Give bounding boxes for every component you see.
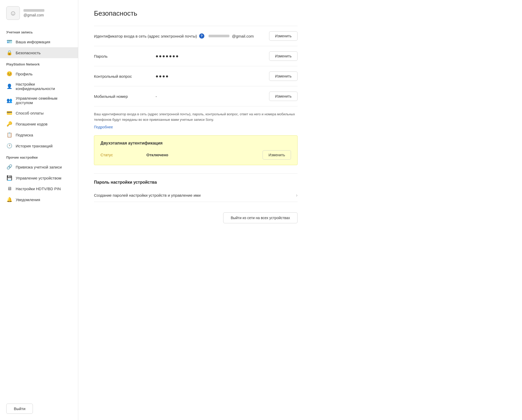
security-row-security-question: Контрольный вопрос ●●●● Изменить bbox=[94, 66, 298, 86]
tfa-change-button[interactable]: Изменить bbox=[263, 150, 291, 160]
help-icon[interactable]: ? bbox=[199, 33, 204, 39]
sidebar-item-history[interactable]: 🕐 История транзакций bbox=[0, 140, 78, 151]
subscription-icon: 📋 bbox=[6, 132, 13, 138]
sidebar-item-label: Подписка bbox=[16, 133, 33, 137]
privacy-icon: 👤 bbox=[6, 83, 13, 89]
main-content: Безопасность Идентификатор входа в сеть … bbox=[78, 0, 313, 420]
sidebar-email: @gmail.com bbox=[23, 13, 44, 17]
device-password-row[interactable]: Создание паролей настройки устройств и у… bbox=[94, 189, 298, 202]
page-title: Безопасность bbox=[94, 9, 298, 17]
main-footer: Выйти из сети на всех устройствах bbox=[94, 202, 298, 223]
device-password-text: Создание паролей настройки устройств и у… bbox=[94, 193, 201, 197]
row-label-login-id: Идентификатор входа в сеть (адрес электр… bbox=[94, 33, 204, 39]
sidebar-item-label: Управление устройством bbox=[16, 176, 61, 180]
sidebar-item-your-info[interactable]: 🪪 Ваша информация bbox=[0, 36, 78, 47]
sidebar-item-redeem[interactable]: 🔑 Погашение кодов bbox=[0, 118, 78, 129]
history-icon: 🕐 bbox=[6, 143, 13, 149]
sidebar-item-notifications[interactable]: 🔔 Уведомления bbox=[0, 194, 78, 205]
sidebar-item-subscription[interactable]: 📋 Подписка bbox=[0, 129, 78, 140]
smile-icon: 😊 bbox=[6, 71, 13, 77]
sidebar-item-label: Безопасность bbox=[16, 51, 41, 55]
sidebar-item-family[interactable]: 👥 Управление семейным доступом bbox=[0, 93, 78, 107]
password-dots: ●●●●●●● bbox=[156, 53, 179, 59]
change-security-question-button[interactable]: Изменить bbox=[269, 71, 298, 81]
row-value-login-id: @gmail.com bbox=[209, 34, 265, 38]
sidebar-logout-area: Выйти bbox=[0, 397, 78, 414]
security-question-dots: ●●●● bbox=[156, 74, 169, 79]
change-phone-button[interactable]: Изменить bbox=[269, 92, 298, 101]
tfa-row: Статус Отключено Изменить bbox=[100, 150, 291, 160]
sidebar-item-profile[interactable]: 😊 Профиль bbox=[0, 68, 78, 79]
info-text: Ваш идентификатор входа в сеть (адрес эл… bbox=[94, 112, 298, 123]
sidebar-email-redacted bbox=[23, 9, 44, 12]
sidebar-item-hdtv[interactable]: 🖥 Настройки HDTV/BD PIN bbox=[0, 183, 78, 194]
signout-all-button[interactable]: Выйти из сети на всех устройствах bbox=[223, 212, 298, 223]
chevron-right-icon: › bbox=[296, 193, 298, 198]
redeem-icon: 🔑 bbox=[6, 121, 13, 127]
sidebar-section-other: Прочие настройки bbox=[0, 151, 78, 161]
security-row-password: Пароль ●●●●●●● Изменить bbox=[94, 46, 298, 66]
row-value-phone: - bbox=[156, 94, 265, 99]
email-redacted-bar bbox=[209, 35, 229, 37]
bell-icon: 🔔 bbox=[6, 197, 13, 202]
change-login-id-button[interactable]: Изменить bbox=[269, 31, 298, 41]
sidebar-section-account: Учетная запись bbox=[0, 26, 78, 36]
sidebar-item-label: Управление семейным доступом bbox=[16, 96, 72, 105]
row-label-password: Пароль bbox=[94, 54, 151, 58]
sidebar-item-label: Профиль bbox=[16, 72, 33, 76]
sidebar-item-label: Ваша информация bbox=[16, 40, 50, 44]
sidebar-item-label: Уведомления bbox=[16, 197, 40, 202]
payment-icon: 💳 bbox=[6, 110, 13, 116]
tfa-box: Двухэтапная аутентификация Статус Отключ… bbox=[94, 135, 298, 165]
logout-button[interactable]: Выйти bbox=[6, 404, 33, 414]
tfa-status-value: Отключено bbox=[146, 153, 258, 157]
avatar: ☺ bbox=[6, 6, 20, 20]
sidebar-item-label: Способ оплаты bbox=[16, 111, 44, 115]
row-label-security-question: Контрольный вопрос bbox=[94, 74, 151, 79]
device-password-title: Пароль настройки устройства bbox=[94, 180, 298, 185]
tfa-status-label: Статус bbox=[100, 153, 142, 157]
sidebar-item-security[interactable]: 🔒 Безопасность bbox=[0, 47, 78, 58]
tfa-title: Двухэтапная аутентификация bbox=[100, 141, 291, 146]
family-icon: 👥 bbox=[6, 98, 13, 103]
sidebar-profile: ☺ @gmail.com bbox=[0, 6, 78, 26]
lock-icon: 🔒 bbox=[6, 50, 13, 56]
link-more[interactable]: Подробнее bbox=[94, 125, 113, 129]
link-icon: 🔗 bbox=[6, 164, 13, 170]
sidebar-item-label: Настройки конфиденциальности bbox=[16, 82, 72, 91]
sidebar-item-device-mgmt[interactable]: 💾 Управление устройством bbox=[0, 172, 78, 183]
row-label-phone: Мобильный номер bbox=[94, 94, 151, 99]
hdtv-icon: 🖥 bbox=[6, 186, 13, 191]
sidebar-section-psn: PlayStation Network bbox=[0, 58, 78, 68]
sidebar-item-label: Привязка учетной записи bbox=[16, 165, 62, 169]
sidebar-item-link-account[interactable]: 🔗 Привязка учетной записи bbox=[0, 161, 78, 172]
sidebar-item-label: Настройки HDTV/BD PIN bbox=[16, 187, 61, 191]
row-value-password: ●●●●●●● bbox=[156, 53, 265, 59]
sidebar-item-privacy[interactable]: 👤 Настройки конфиденциальности bbox=[0, 79, 78, 93]
sidebar: ☺ @gmail.com Учетная запись 🪪 Ваша инфор… bbox=[0, 0, 78, 420]
row-value-security-question: ●●●● bbox=[156, 74, 265, 79]
person-icon: 🪪 bbox=[6, 39, 13, 45]
device-icon: 💾 bbox=[6, 175, 13, 181]
sidebar-email-block: @gmail.com bbox=[23, 9, 44, 17]
sidebar-item-payment[interactable]: 💳 Способ оплаты bbox=[0, 107, 78, 118]
change-password-button[interactable]: Изменить bbox=[269, 51, 298, 61]
phone-value: - bbox=[156, 94, 157, 99]
security-row-phone: Мобильный номер - Изменить bbox=[94, 86, 298, 106]
sidebar-item-label: Погашение кодов bbox=[16, 122, 48, 126]
device-password-section: Пароль настройки устройства Создание пар… bbox=[94, 173, 298, 202]
sidebar-item-label: История транзакций bbox=[16, 144, 52, 148]
security-row-login-id: Идентификатор входа в сеть (адрес электр… bbox=[94, 26, 298, 46]
